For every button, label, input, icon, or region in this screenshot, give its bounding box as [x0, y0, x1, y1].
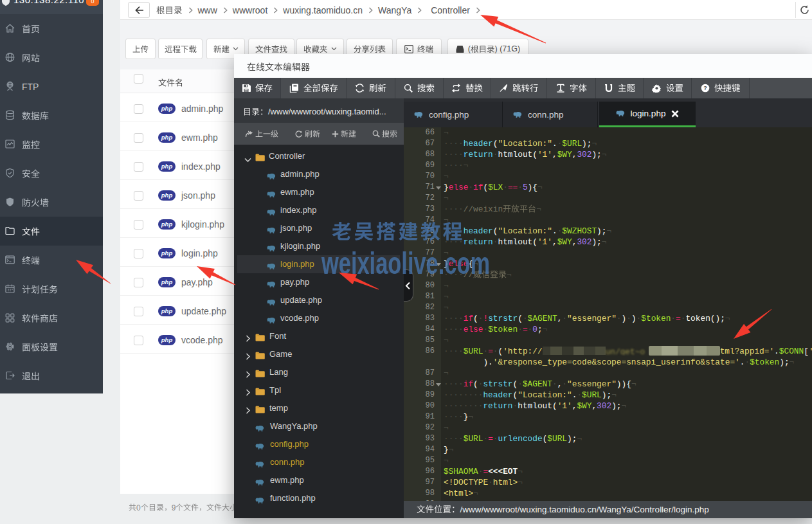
svg-text:?: ?: [703, 85, 707, 91]
